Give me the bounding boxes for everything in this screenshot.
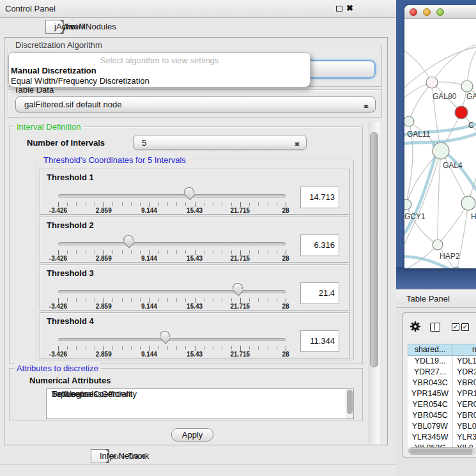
table-data-select-value: galFiltered.sif default node [24, 100, 121, 109]
network-node[interactable] [404, 116, 414, 127]
table-row[interactable]: YBR045CYBR0 [408, 410, 476, 421]
table-header-shared-name[interactable]: shared... [408, 344, 452, 356]
slider-major-tick [286, 250, 286, 255]
algorithm-item-equal-width-frequency[interactable]: Equal Width/Frequency Discretization [11, 76, 150, 86]
table-row[interactable]: YIL052CYIL0 [408, 443, 476, 447]
table-rows: YDL19...YDL1YDR27...YDR2YBR043CYBR0YPR14… [408, 356, 476, 447]
table-cell-name: YLR3 [452, 432, 476, 443]
network-node[interactable] [461, 196, 475, 210]
network-edge-thick [404, 155, 436, 244]
algorithm-placeholder-item[interactable]: Select algorithm to view settings [9, 56, 310, 65]
slider-major-tick [58, 250, 59, 255]
network-canvas[interactable]: GAL80GACGAL11GAL4GCY1HHAP2 [404, 19, 476, 268]
numerical-attributes-list[interactable]: SelfLoopsTopologicalCoefficientBetweenne… [46, 388, 354, 419]
table-row[interactable]: YBR043CYBR0 [408, 378, 476, 388]
slider-tick-label: 28 [282, 351, 289, 358]
slider-major-tick [104, 250, 104, 255]
slider-tick-label: 15.43 [187, 303, 203, 310]
threshold-slider-thumb[interactable] [233, 283, 243, 289]
tab-infer-network[interactable]: Infer Network [91, 449, 109, 463]
slider-major-tick [104, 298, 104, 303]
slider-ticks [58, 250, 286, 254]
slider-tick-label: 9.144 [141, 303, 157, 310]
tab-jactivemnodules[interactable]: jActiveMNodules [45, 20, 63, 34]
table-row[interactable]: YBL079WYBL0 [408, 421, 476, 432]
threshold-label: Threshold 1 [47, 173, 94, 182]
numerical-attributes-label: Numerical Attributes [29, 376, 111, 385]
split-column-icon[interactable] [430, 323, 440, 332]
minimize-light-icon[interactable] [423, 8, 431, 16]
table-row[interactable]: YLR345WYLR3 [408, 432, 476, 443]
threshold-value-field[interactable]: 21.4 [300, 282, 339, 304]
gear-icon[interactable] [410, 321, 421, 332]
table-cell-name: YDR2 [452, 367, 476, 378]
slider-major-tick [195, 202, 196, 207]
table-header-name[interactable]: n [452, 344, 476, 356]
table-row[interactable]: YPR145WYPR1 [408, 388, 476, 399]
slider-major-tick [58, 298, 59, 303]
network-node[interactable] [426, 77, 438, 88]
slider-tick-label: 15.43 [187, 351, 203, 358]
slider-tick-label: 28 [282, 255, 289, 262]
zoom-light-icon[interactable] [436, 8, 444, 16]
panel-title: Control Panel [5, 0, 56, 17]
network-node[interactable] [455, 106, 468, 119]
panel-scrollbar-thumb[interactable] [370, 132, 378, 367]
threshold-slider-track[interactable] [58, 338, 286, 341]
close-icon[interactable]: ✖ [346, 3, 353, 13]
threshold-label: Threshold 3 [47, 268, 94, 278]
table-cell-shared-name: YBL079W [408, 421, 452, 432]
threshold-value-field[interactable]: 6.316 [300, 234, 339, 256]
checkbox-icon[interactable]: ✓ [461, 323, 469, 331]
network-node[interactable] [433, 142, 449, 159]
threshold-slider-thumb[interactable] [160, 331, 170, 337]
table-cell-name: YBL0 [452, 421, 476, 432]
threshold-slider-track[interactable] [58, 290, 286, 293]
table-cell-name: YER0 [452, 399, 476, 410]
table-cell-shared-name: YDL19... [408, 356, 452, 367]
algorithm-item-manual-discretization[interactable]: Manual Discretization [11, 66, 96, 75]
slider-major-tick [240, 202, 241, 207]
checkbox-icon[interactable]: ✓ [452, 323, 459, 331]
float-window-icon[interactable] [336, 6, 342, 12]
slider-ticks [58, 298, 286, 302]
table-cell-shared-name: YBR043C [408, 378, 452, 388]
slider-major-tick [240, 250, 241, 255]
network-node[interactable] [433, 240, 443, 250]
threshold-label: Threshold 4 [47, 316, 94, 326]
application-window: Control Panel ✖ Network Style Select Cyn… [0, 0, 476, 476]
slider-major-tick [58, 346, 59, 351]
table-hscrollbar-thumb[interactable] [410, 449, 473, 454]
table-row[interactable]: YDL19...YDL1 [408, 356, 476, 367]
network-node[interactable] [461, 81, 473, 92]
panel-divider [0, 464, 396, 465]
table-data-select[interactable]: galFiltered.sif default node [15, 96, 376, 112]
apply-button[interactable]: Apply [171, 428, 213, 441]
slider-tick-label: 21.715 [231, 207, 250, 214]
slider-tick-label: 21.715 [231, 255, 250, 262]
threshold-panel: Threshold 2-3.4262.8599.14415.4321.71528… [40, 217, 350, 263]
number-of-intervals-select[interactable]: 5 [133, 135, 307, 150]
attributes-scrollbar-thumb[interactable] [347, 390, 353, 414]
threshold-slider-track[interactable] [58, 242, 286, 245]
table-cell-shared-name: YBR045C [408, 410, 452, 421]
threshold-slider-track[interactable] [58, 194, 286, 197]
slider-tick-label: 2.859 [96, 351, 112, 358]
threshold-slider-thumb[interactable] [184, 187, 194, 194]
node-label: GAL11 [407, 130, 431, 139]
slider-tick-label: -3.426 [49, 303, 67, 310]
algorithm-dropdown-popup: Select algorithm to view settings Manual… [8, 52, 311, 88]
threshold-value-field[interactable]: 11.344 [300, 330, 339, 352]
table-row[interactable]: YDR27...YDR2 [408, 367, 476, 378]
threshold-value-field[interactable]: 14.713 [300, 187, 339, 208]
network-node[interactable] [404, 199, 411, 210]
threshold-slider-thumb[interactable] [123, 235, 134, 242]
tab-infer-network-label: Infer Network [100, 450, 149, 463]
network-edge [441, 151, 468, 203]
close-light-icon[interactable] [410, 8, 417, 16]
table-header-row: shared...n [408, 344, 476, 356]
threshold-panel: Threshold 3-3.4262.8599.14415.4321.71528… [40, 265, 350, 311]
table-row[interactable]: YER054CYER0 [408, 399, 476, 410]
slider-major-tick [286, 202, 286, 207]
attribute-list-item[interactable]: BetweennessCentrality [47, 389, 137, 399]
